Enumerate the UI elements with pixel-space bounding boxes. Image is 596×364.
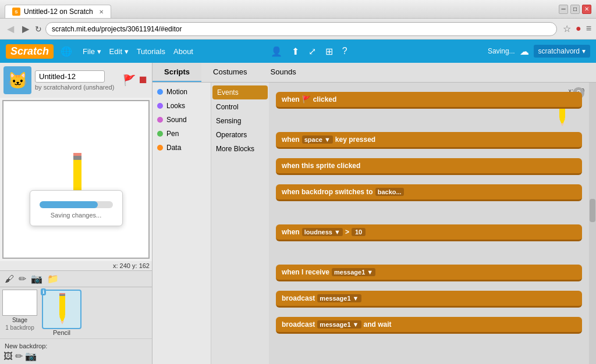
bookmark-icon[interactable]: ☆ (563, 23, 571, 34)
menu-edit[interactable]: Edit ▾ (106, 45, 132, 58)
sound-label: Sound (166, 116, 187, 124)
block-backdrop-text: when backdrop switches to (282, 188, 373, 196)
tab-costumes[interactable]: Costumes (201, 63, 259, 82)
category-data[interactable]: Data (152, 141, 211, 155)
menu-tutorials[interactable]: Tutorials (133, 45, 169, 58)
blocks-panel: Scripts Costumes Sounds Motion Looks (152, 63, 596, 364)
main-area: 🐱 by scratchalvord (unshared) 🚩 ⏹ (0, 63, 596, 364)
category-sound[interactable]: Sound (152, 113, 211, 127)
sound-color (157, 117, 163, 123)
sprite-thumbnail-pencil[interactable] (42, 290, 81, 329)
block-loudness-value[interactable]: 10 (352, 228, 366, 236)
progress-bar-container (40, 201, 113, 208)
upload-icon[interactable]: ⬆ (292, 46, 299, 57)
block-receive-dropdown[interactable]: message1 ▼ (332, 268, 375, 276)
backdrop-image-btn[interactable]: 🖼 (3, 351, 13, 362)
sprite-name-input[interactable] (35, 70, 105, 83)
backdrop-camera-btn[interactable]: 📷 (25, 351, 37, 362)
block-when-receive[interactable]: when I receive message1 ▼ (276, 265, 582, 281)
block-when-loudness-text: when (282, 228, 300, 236)
pencil-tool[interactable]: ✏ (17, 272, 27, 286)
svg-rect-9 (59, 293, 65, 294)
forward-button[interactable]: ▶ (20, 22, 31, 35)
sprite-item-pencil[interactable]: ℹ Pencil (42, 290, 81, 336)
stage-label: Stage (12, 317, 27, 323)
category-motion[interactable]: Motion (152, 85, 211, 99)
tab-title: Untitled-12 on Scratch (24, 8, 93, 16)
block-when-sprite[interactable]: when this sprite clicked (276, 158, 582, 175)
category-control[interactable]: Control (211, 100, 269, 114)
close-button[interactable]: ✕ (582, 5, 591, 14)
person-icon[interactable]: 👤 (271, 46, 282, 57)
tab-scripts[interactable]: Scripts (152, 63, 201, 82)
backdrop-paint-btn[interactable]: ✏ (15, 351, 23, 362)
green-flag-button[interactable]: 🚩 (123, 74, 136, 87)
sprite-panel: Stage 1 backdrop ℹ (0, 287, 152, 338)
block-broadcast[interactable]: broadcast message1 ▼ (276, 291, 582, 308)
block-when-clicked[interactable]: when 🚩 clicked (276, 92, 582, 109)
toolbar-right: Saving... ☁ scratchalvord ▾ (488, 45, 590, 58)
category-events[interactable]: Events (212, 85, 268, 99)
more-tool[interactable]: 📁 (46, 272, 60, 286)
stage-thumbnail[interactable] (2, 290, 37, 316)
canvas-coords: x: 240 y: 162 (0, 261, 152, 270)
paint-tool[interactable]: 🖌 (3, 272, 15, 286)
category-looks[interactable]: Looks (152, 99, 211, 113)
new-backdrop-label: New backdrop: (3, 341, 148, 351)
block-broadcast-wait-dropdown[interactable]: message1 ▼ (317, 320, 361, 329)
category-more-blocks[interactable]: More Blocks (211, 142, 269, 156)
scrollbar-vertical[interactable] (589, 83, 596, 364)
block-broadcast-text: broadcast (282, 294, 315, 302)
scratch-toolbar: Scratch 🌐 File ▾ Edit ▾ Tutorials About … (0, 40, 596, 63)
grid-icon[interactable]: ⊞ (325, 46, 333, 57)
category-operators[interactable]: Operators (211, 128, 269, 142)
tab-sounds[interactable]: Sounds (259, 63, 308, 82)
motion-color (157, 89, 163, 95)
separator-2 (276, 208, 582, 217)
toolbar-menu: File ▾ Edit ▾ Tutorials About (79, 45, 197, 58)
category-sensing[interactable]: Sensing (211, 114, 269, 128)
sprite-thumbnail-icon: 🐱 (3, 66, 31, 94)
block-broadcast-wait[interactable]: broadcast message1 ▼ and wait (276, 317, 582, 334)
minimize-button[interactable]: ─ (559, 5, 568, 14)
block-backdrop-dropdown[interactable]: backo... (375, 188, 404, 196)
fullscreen-icon[interactable]: ⤢ (308, 46, 316, 57)
help-icon[interactable]: ? (342, 46, 347, 57)
block-when-loudness[interactable]: when loudness ▼ > 10 (276, 224, 582, 241)
user-area[interactable]: scratchalvord ▾ (534, 45, 590, 58)
block-broadcast-dropdown[interactable]: message1 ▼ (317, 294, 361, 302)
separator-1 (276, 116, 582, 125)
svg-rect-5 (59, 294, 65, 316)
svg-marker-12 (560, 123, 564, 126)
script-area: when 🚩 clicked when space ▼ key pressed (274, 87, 584, 338)
block-gt-text: > (345, 228, 349, 236)
nav-bar: ◀ ▶ ↻ ☆ ● ≡ (0, 19, 596, 40)
menu-file[interactable]: File ▾ (79, 45, 105, 58)
title-bar: S Untitled-12 on Scratch ✕ ─ □ ✕ (0, 0, 596, 19)
menu-icon[interactable]: ≡ (586, 23, 591, 34)
address-bar[interactable] (45, 22, 557, 36)
sprite-item-label: Pencil (53, 329, 70, 336)
category-pen[interactable]: Pen (152, 127, 211, 141)
globe-icon[interactable]: 🌐 (61, 46, 72, 57)
toolbar-center-icons: 👤 ⬆ ⤢ ⊞ ? (271, 46, 347, 57)
menu-about[interactable]: About (170, 45, 197, 58)
browser-tab[interactable]: S Untitled-12 on Scratch ✕ (5, 5, 111, 18)
camera-tool[interactable]: 📷 (30, 272, 44, 286)
stop-button[interactable]: ⏹ (138, 74, 148, 87)
block-key-dropdown[interactable]: space ▼ (302, 135, 333, 144)
maximize-button[interactable]: □ (570, 5, 580, 14)
user-dropdown-icon: ▾ (582, 47, 586, 55)
block-loudness-dropdown[interactable]: loudness ▼ (302, 228, 343, 236)
block-when-key[interactable]: when space ▼ key pressed (276, 132, 582, 149)
tab-favicon: S (12, 8, 20, 16)
scratch-logo: Scratch (6, 44, 54, 59)
tab-close-btn[interactable]: ✕ (99, 9, 104, 15)
block-when-backdrop[interactable]: when backdrop switches to backo... (276, 184, 582, 201)
record-icon[interactable]: ● (576, 23, 581, 34)
blocks-content: Motion Looks Sound Pen (152, 83, 596, 364)
username-text: scratchalvord (538, 47, 580, 55)
scrollbar-thumb[interactable] (590, 199, 595, 222)
back-button[interactable]: ◀ (5, 22, 16, 35)
refresh-button[interactable]: ↻ (35, 24, 42, 34)
